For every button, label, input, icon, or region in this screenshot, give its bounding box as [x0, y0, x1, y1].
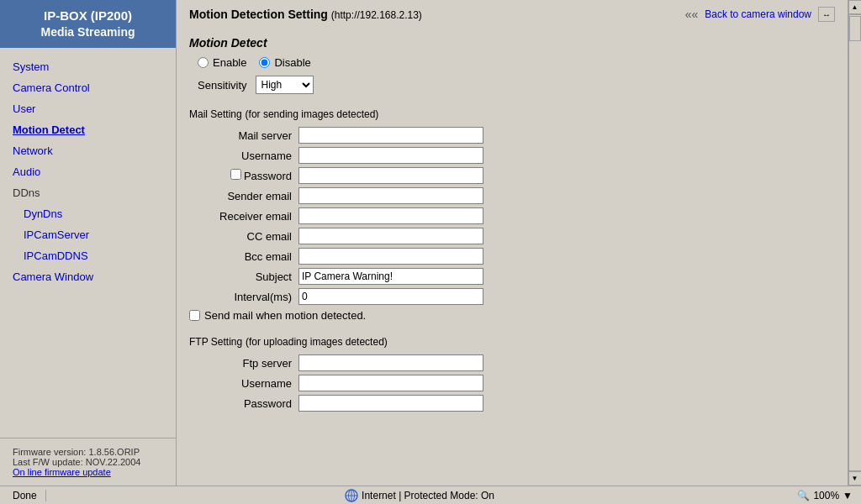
cc-email-row: CC email: [189, 228, 835, 244]
scrollbar-up-button[interactable]: ▲: [848, 0, 862, 14]
sidebar-item-motion-detect[interactable]: Motion Detect: [0, 119, 176, 140]
sidebar-footer: Firmware version: 1.8.56.ORIP Last F/W u…: [0, 438, 176, 486]
ftp-form: Ftp server Username Password: [189, 354, 835, 412]
sidebar-item-system[interactable]: System: [0, 56, 176, 77]
subject-row: Subject: [189, 268, 835, 285]
sidebar-item-camera-window[interactable]: Camera Window: [0, 266, 176, 287]
scrollbar-thumb[interactable]: [849, 16, 861, 41]
status-bar: Done Internet | Protected Mode: On 🔍 100…: [0, 486, 861, 504]
sender-email-row: Sender email: [189, 187, 835, 204]
mail-password-input[interactable]: [298, 167, 483, 184]
zoom-dropdown-icon[interactable]: ▼: [843, 490, 853, 501]
bcc-email-row: Bcc email: [189, 248, 835, 265]
receiver-email-label: Receiver email: [189, 210, 298, 223]
receiver-email-row: Receiver email: [189, 207, 835, 224]
status-internet: Internet | Protected Mode: On: [46, 489, 794, 502]
mail-server-input[interactable]: [298, 127, 483, 144]
motion-detect-section: Motion Detect Enable Disable Sensitivity…: [189, 36, 835, 94]
content-area: Motion Detection Setting (http://192.168…: [177, 0, 848, 486]
sidebar-item-user[interactable]: User: [0, 98, 176, 119]
sidebar-item-camera-control[interactable]: Camera Control: [0, 77, 176, 98]
mail-password-label: Password: [189, 169, 298, 182]
sidebar-model: IP-BOX (IP200): [4, 7, 172, 24]
firmware-update-date: Last F/W update: NOV.22.2004: [13, 457, 163, 467]
mail-password-row: Password: [189, 167, 835, 184]
internet-status: Internet | Protected Mode: On: [362, 490, 494, 501]
content-header: Motion Detection Setting (http://192.168…: [189, 7, 835, 26]
ftp-server-label: Ftp server: [189, 357, 298, 370]
ftp-server-row: Ftp server: [189, 354, 835, 371]
sender-email-label: Sender email: [189, 190, 298, 202]
password-checkbox[interactable]: [230, 169, 241, 180]
globe-icon: [345, 489, 358, 502]
mail-username-row: Username: [189, 147, 835, 164]
mail-server-label: Mail server: [189, 129, 298, 142]
sidebar-header: IP-BOX (IP200) Media Streaming: [0, 0, 176, 48]
status-done: Done: [4, 490, 46, 501]
motion-detect-controls: Enable Disable: [189, 56, 835, 69]
motion-detect-title: Motion Detect: [189, 36, 835, 50]
mail-username-input[interactable]: [298, 147, 483, 164]
sender-email-input[interactable]: [298, 187, 483, 204]
subject-input[interactable]: [298, 268, 483, 285]
receiver-email-input[interactable]: [298, 207, 483, 224]
sidebar-nav: System Camera Control User Motion Detect…: [0, 48, 176, 438]
sidebar-item-ipcamserver[interactable]: IPCamServer: [0, 224, 176, 245]
interval-row: Interval(ms): [189, 288, 835, 305]
close-button[interactable]: ↔: [818, 7, 835, 22]
page-title: Motion Detection Setting (http://192.168…: [189, 8, 422, 21]
online-firmware-update-link[interactable]: On line firmware update: [13, 467, 111, 477]
sidebar-item-ddns[interactable]: DDns: [0, 182, 176, 203]
sidebar-item-ipcamddns[interactable]: IPCamDDNS: [0, 245, 176, 266]
ftp-server-input[interactable]: [298, 354, 483, 371]
ftp-username-row: Username: [189, 375, 835, 391]
disable-radio[interactable]: [259, 57, 270, 68]
ftp-password-input[interactable]: [298, 395, 483, 412]
ftp-setting-section: FTP Setting (for uploading images detect…: [189, 334, 835, 412]
status-zoom: 🔍 100% ▼: [793, 490, 857, 501]
back-arrow-icon: ««: [685, 8, 699, 21]
ftp-username-input[interactable]: [298, 375, 483, 391]
disable-label: Disable: [274, 56, 310, 69]
cc-email-input[interactable]: [298, 228, 483, 244]
sensitivity-label: Sensitivity: [198, 79, 247, 92]
sensitivity-row: Sensitivity Low Medium High: [189, 76, 835, 94]
mail-form: Mail server Username Password S: [189, 127, 835, 322]
send-mail-label: Send mail when motion detected.: [204, 309, 366, 322]
mail-server-row: Mail server: [189, 127, 835, 144]
disable-radio-group: Disable: [259, 56, 310, 69]
zoom-level: 100%: [813, 490, 839, 501]
scrollbar-down-button[interactable]: ▼: [848, 471, 862, 486]
ftp-setting-title: FTP Setting (for uploading images detect…: [189, 334, 835, 348]
enable-radio-group: Enable: [198, 56, 246, 69]
firmware-version: Firmware version: 1.8.56.ORIP: [13, 447, 163, 457]
scrollbar-track[interactable]: [848, 14, 862, 471]
ftp-password-row: Password: [189, 395, 835, 412]
cc-email-label: CC email: [189, 230, 298, 243]
sidebar-subtitle: Media Streaming: [4, 24, 172, 41]
send-mail-row: Send mail when motion detected.: [189, 309, 835, 322]
enable-radio[interactable]: [198, 57, 209, 68]
mail-setting-title: Mail Setting (for sending images detecte…: [189, 107, 835, 120]
enable-label: Enable: [213, 56, 246, 69]
sidebar-item-network[interactable]: Network: [0, 140, 176, 161]
subject-label: Subject: [189, 270, 298, 283]
interval-label: Interval(ms): [189, 291, 298, 303]
ftp-password-label: Password: [189, 397, 298, 410]
send-mail-checkbox[interactable]: [189, 310, 200, 321]
mail-setting-section: Mail Setting (for sending images detecte…: [189, 107, 835, 322]
bcc-email-input[interactable]: [298, 248, 483, 265]
back-to-camera-link[interactable]: Back to camera window: [705, 8, 811, 20]
sidebar-item-audio[interactable]: Audio: [0, 161, 176, 182]
sensitivity-select[interactable]: Low Medium High: [256, 76, 314, 94]
bcc-email-label: Bcc email: [189, 250, 298, 263]
interval-input[interactable]: [298, 288, 483, 305]
mail-username-label: Username: [189, 150, 298, 162]
zoom-icon: 🔍: [797, 490, 810, 501]
scrollbar[interactable]: ▲ ▼: [848, 0, 861, 486]
ftp-username-label: Username: [189, 377, 298, 390]
sidebar-item-dyndns[interactable]: DynDns: [0, 203, 176, 224]
